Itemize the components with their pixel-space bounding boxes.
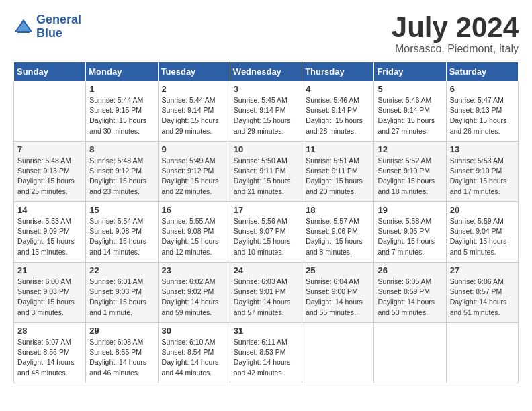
day-info: Sunrise: 5:46 AM Sunset: 9:14 PM Dayligh… bbox=[378, 95, 442, 136]
day-info: Sunrise: 6:01 AM Sunset: 9:03 PM Dayligh… bbox=[89, 277, 154, 318]
day-number: 10 bbox=[234, 144, 298, 154]
day-info: Sunrise: 5:58 AM Sunset: 9:05 PM Dayligh… bbox=[378, 216, 442, 257]
day-number: 8 bbox=[89, 144, 154, 154]
calendar-cell: 3Sunrise: 5:45 AM Sunset: 9:14 PM Daylig… bbox=[230, 81, 302, 142]
col-header-wednesday: Wednesday bbox=[230, 62, 302, 81]
col-header-friday: Friday bbox=[374, 62, 446, 81]
day-info: Sunrise: 5:53 AM Sunset: 9:09 PM Dayligh… bbox=[17, 216, 82, 257]
calendar-cell: 24Sunrise: 6:03 AM Sunset: 9:01 PM Dayli… bbox=[230, 263, 302, 323]
day-number: 9 bbox=[162, 144, 226, 154]
day-info: Sunrise: 6:06 AM Sunset: 8:57 PM Dayligh… bbox=[450, 277, 515, 318]
logo-text: General Blue bbox=[36, 13, 81, 40]
day-info: Sunrise: 5:46 AM Sunset: 9:14 PM Dayligh… bbox=[306, 95, 370, 136]
day-info: Sunrise: 6:00 AM Sunset: 9:03 PM Dayligh… bbox=[17, 277, 82, 318]
calendar-cell: 2Sunrise: 5:44 AM Sunset: 9:14 PM Daylig… bbox=[158, 81, 230, 142]
day-info: Sunrise: 5:54 AM Sunset: 9:08 PM Dayligh… bbox=[89, 216, 154, 257]
calendar-cell bbox=[14, 81, 86, 142]
calendar-week-5: 28Sunrise: 6:07 AM Sunset: 8:56 PM Dayli… bbox=[14, 323, 519, 383]
day-info: Sunrise: 5:53 AM Sunset: 9:10 PM Dayligh… bbox=[450, 156, 515, 197]
calendar-cell: 21Sunrise: 6:00 AM Sunset: 9:03 PM Dayli… bbox=[14, 263, 86, 323]
day-number: 17 bbox=[234, 205, 298, 215]
calendar-cell: 5Sunrise: 5:46 AM Sunset: 9:14 PM Daylig… bbox=[374, 81, 446, 142]
calendar-week-4: 21Sunrise: 6:00 AM Sunset: 9:03 PM Dayli… bbox=[14, 263, 519, 323]
calendar-cell: 12Sunrise: 5:52 AM Sunset: 9:10 PM Dayli… bbox=[374, 142, 446, 202]
calendar-cell: 27Sunrise: 6:06 AM Sunset: 8:57 PM Dayli… bbox=[446, 263, 518, 323]
day-info: Sunrise: 5:55 AM Sunset: 9:08 PM Dayligh… bbox=[162, 216, 226, 257]
day-info: Sunrise: 5:51 AM Sunset: 9:11 PM Dayligh… bbox=[306, 156, 370, 197]
day-info: Sunrise: 5:59 AM Sunset: 9:04 PM Dayligh… bbox=[450, 216, 515, 257]
day-number: 21 bbox=[17, 265, 82, 275]
day-number: 16 bbox=[162, 205, 226, 215]
calendar-cell: 23Sunrise: 6:02 AM Sunset: 9:02 PM Dayli… bbox=[158, 263, 230, 323]
month-title: July 2024 bbox=[392, 13, 519, 42]
day-number: 13 bbox=[450, 144, 515, 154]
day-number: 22 bbox=[89, 265, 154, 275]
calendar-cell: 28Sunrise: 6:07 AM Sunset: 8:56 PM Dayli… bbox=[14, 323, 86, 383]
calendar-cell: 31Sunrise: 6:11 AM Sunset: 8:53 PM Dayli… bbox=[230, 323, 302, 383]
day-number: 3 bbox=[234, 84, 298, 94]
day-info: Sunrise: 6:07 AM Sunset: 8:56 PM Dayligh… bbox=[17, 337, 82, 378]
day-number: 28 bbox=[17, 326, 82, 336]
day-info: Sunrise: 5:52 AM Sunset: 9:10 PM Dayligh… bbox=[378, 156, 442, 197]
day-number: 6 bbox=[450, 84, 515, 94]
day-number: 2 bbox=[162, 84, 226, 94]
day-info: Sunrise: 5:44 AM Sunset: 9:15 PM Dayligh… bbox=[89, 95, 154, 136]
day-number: 4 bbox=[306, 84, 370, 94]
logo-line2: Blue bbox=[36, 27, 81, 40]
day-number: 23 bbox=[162, 265, 226, 275]
calendar-cell: 13Sunrise: 5:53 AM Sunset: 9:10 PM Dayli… bbox=[446, 142, 518, 202]
day-info: Sunrise: 5:45 AM Sunset: 9:14 PM Dayligh… bbox=[234, 95, 298, 136]
calendar-cell bbox=[302, 323, 374, 383]
calendar-cell: 14Sunrise: 5:53 AM Sunset: 9:09 PM Dayli… bbox=[14, 202, 86, 263]
day-info: Sunrise: 6:11 AM Sunset: 8:53 PM Dayligh… bbox=[234, 337, 298, 378]
day-number: 27 bbox=[450, 265, 515, 275]
day-number: 31 bbox=[234, 326, 298, 336]
day-info: Sunrise: 5:50 AM Sunset: 9:11 PM Dayligh… bbox=[234, 156, 298, 197]
calendar-cell: 17Sunrise: 5:56 AM Sunset: 9:07 PM Dayli… bbox=[230, 202, 302, 263]
calendar-cell: 1Sunrise: 5:44 AM Sunset: 9:15 PM Daylig… bbox=[86, 81, 158, 142]
day-number: 30 bbox=[162, 326, 226, 336]
calendar-cell: 15Sunrise: 5:54 AM Sunset: 9:08 PM Dayli… bbox=[86, 202, 158, 263]
logo-line1: General bbox=[36, 13, 81, 27]
day-info: Sunrise: 6:02 AM Sunset: 9:02 PM Dayligh… bbox=[162, 277, 226, 318]
calendar-cell: 11Sunrise: 5:51 AM Sunset: 9:11 PM Dayli… bbox=[302, 142, 374, 202]
location: Morsasco, Piedmont, Italy bbox=[392, 43, 519, 55]
calendar-cell: 20Sunrise: 5:59 AM Sunset: 9:04 PM Dayli… bbox=[446, 202, 518, 263]
day-info: Sunrise: 5:57 AM Sunset: 9:06 PM Dayligh… bbox=[306, 216, 370, 257]
calendar-cell: 10Sunrise: 5:50 AM Sunset: 9:11 PM Dayli… bbox=[230, 142, 302, 202]
col-header-saturday: Saturday bbox=[446, 62, 518, 81]
day-number: 1 bbox=[89, 84, 154, 94]
day-number: 19 bbox=[378, 205, 442, 215]
title-block: July 2024 Morsasco, Piedmont, Italy bbox=[392, 13, 519, 55]
calendar-cell: 7Sunrise: 5:48 AM Sunset: 9:13 PM Daylig… bbox=[14, 142, 86, 202]
calendar-cell: 25Sunrise: 6:04 AM Sunset: 9:00 PM Dayli… bbox=[302, 263, 374, 323]
calendar-week-2: 7Sunrise: 5:48 AM Sunset: 9:13 PM Daylig… bbox=[14, 142, 519, 202]
calendar-cell: 8Sunrise: 5:48 AM Sunset: 9:12 PM Daylig… bbox=[86, 142, 158, 202]
day-info: Sunrise: 6:04 AM Sunset: 9:00 PM Dayligh… bbox=[306, 277, 370, 318]
col-header-thursday: Thursday bbox=[302, 62, 374, 81]
day-info: Sunrise: 6:03 AM Sunset: 9:01 PM Dayligh… bbox=[234, 277, 298, 318]
day-number: 20 bbox=[450, 205, 515, 215]
day-info: Sunrise: 6:05 AM Sunset: 8:59 PM Dayligh… bbox=[378, 277, 442, 318]
day-number: 15 bbox=[89, 205, 154, 215]
logo-icon bbox=[13, 17, 34, 37]
calendar-cell: 18Sunrise: 5:57 AM Sunset: 9:06 PM Dayli… bbox=[302, 202, 374, 263]
day-number: 11 bbox=[306, 144, 370, 154]
calendar-cell: 26Sunrise: 6:05 AM Sunset: 8:59 PM Dayli… bbox=[374, 263, 446, 323]
day-info: Sunrise: 5:48 AM Sunset: 9:12 PM Dayligh… bbox=[89, 156, 154, 197]
calendar-header-row: SundayMondayTuesdayWednesdayThursdayFrid… bbox=[14, 62, 519, 81]
calendar-week-3: 14Sunrise: 5:53 AM Sunset: 9:09 PM Dayli… bbox=[14, 202, 519, 263]
logo: General Blue bbox=[13, 13, 81, 40]
page-header: General Blue July 2024 Morsasco, Piedmon… bbox=[13, 13, 519, 55]
day-number: 5 bbox=[378, 84, 442, 94]
day-number: 12 bbox=[378, 144, 442, 154]
calendar-cell: 22Sunrise: 6:01 AM Sunset: 9:03 PM Dayli… bbox=[86, 263, 158, 323]
day-number: 25 bbox=[306, 265, 370, 275]
calendar-week-1: 1Sunrise: 5:44 AM Sunset: 9:15 PM Daylig… bbox=[14, 81, 519, 142]
day-info: Sunrise: 5:49 AM Sunset: 9:12 PM Dayligh… bbox=[162, 156, 226, 197]
day-number: 14 bbox=[17, 205, 82, 215]
day-number: 29 bbox=[89, 326, 154, 336]
calendar-cell: 16Sunrise: 5:55 AM Sunset: 9:08 PM Dayli… bbox=[158, 202, 230, 263]
calendar-table: SundayMondayTuesdayWednesdayThursdayFrid… bbox=[13, 62, 519, 383]
day-info: Sunrise: 5:44 AM Sunset: 9:14 PM Dayligh… bbox=[162, 95, 226, 136]
